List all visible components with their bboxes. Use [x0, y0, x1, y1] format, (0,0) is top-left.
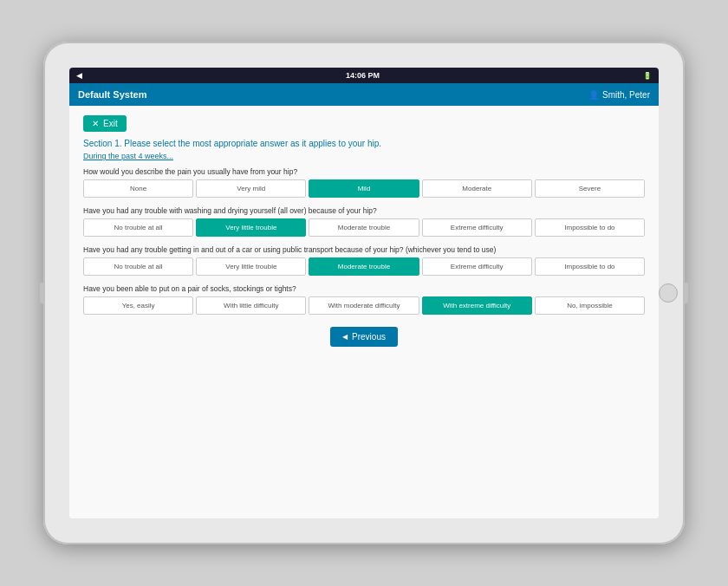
- status-bar-time: 14:06 PM: [346, 71, 380, 80]
- option-4-impossible[interactable]: No, impossible: [535, 296, 645, 315]
- content-area: ✕ Exit Section 1. Please select the most…: [69, 106, 659, 518]
- option-1-very-mild[interactable]: Very mild: [196, 179, 306, 198]
- option-3-very-little[interactable]: Very little trouble: [196, 257, 306, 276]
- question-block-4: Have you been able to put on a pair of s…: [83, 284, 645, 315]
- home-button[interactable]: [659, 283, 678, 303]
- option-4-little-diff[interactable]: With little difficulty: [196, 296, 306, 315]
- side-button-right: [685, 283, 688, 303]
- nav-bar: Default System 👤 Smith, Peter: [69, 83, 659, 106]
- question-block-1: How would you describe the pain you usua…: [83, 167, 645, 198]
- question-text-3: Have you had any trouble getting in and …: [83, 245, 645, 254]
- option-3-no-trouble[interactable]: No trouble at all: [83, 257, 193, 276]
- options-row-2: No trouble at all Very little trouble Mo…: [83, 218, 645, 237]
- option-3-moderate[interactable]: Moderate trouble: [309, 257, 419, 276]
- app-title: Default System: [78, 89, 146, 100]
- user-icon: 👤: [588, 90, 599, 100]
- option-2-impossible[interactable]: Impossible to do: [535, 218, 645, 237]
- status-bar-battery: 🔋: [643, 72, 652, 80]
- option-3-extreme[interactable]: Extreme difficulty: [422, 257, 532, 276]
- option-1-mild[interactable]: Mild: [309, 179, 419, 198]
- option-3-impossible[interactable]: Impossible to do: [535, 257, 645, 276]
- option-2-no-trouble[interactable]: No trouble at all: [83, 218, 193, 237]
- option-2-very-little[interactable]: Very little trouble: [196, 218, 306, 237]
- option-2-extreme[interactable]: Extreme difficulty: [422, 218, 532, 237]
- status-bar: ◀ 14:06 PM 🔋: [69, 68, 659, 83]
- tablet-frame: ◀ 14:06 PM 🔋 Default System 👤 Smith, Pet…: [43, 42, 685, 544]
- user-info: 👤 Smith, Peter: [588, 90, 650, 100]
- exit-button[interactable]: ✕ Exit: [83, 115, 127, 132]
- question-text-4: Have you been able to put on a pair of s…: [83, 284, 645, 293]
- question-block-3: Have you had any trouble getting in and …: [83, 245, 645, 276]
- options-row-1: None Very mild Mild Moderate Severe: [83, 179, 645, 198]
- option-4-yes-easily[interactable]: Yes, easily: [83, 296, 193, 315]
- option-4-extreme-diff[interactable]: With extreme difficulty: [422, 296, 532, 315]
- options-row-3: No trouble at all Very little trouble Mo…: [83, 257, 645, 276]
- option-1-none[interactable]: None: [83, 179, 193, 198]
- section-title: Section 1. Please select the most approp…: [83, 139, 645, 148]
- option-2-moderate[interactable]: Moderate trouble: [309, 218, 419, 237]
- option-1-severe[interactable]: Severe: [535, 179, 645, 198]
- previous-button[interactable]: Previous: [330, 327, 398, 347]
- section-subtitle[interactable]: During the past 4 weeks...: [83, 152, 645, 160]
- user-name: Smith, Peter: [602, 90, 650, 100]
- nav-buttons: Previous: [83, 327, 645, 347]
- option-4-moderate-diff[interactable]: With moderate difficulty: [309, 296, 419, 315]
- status-bar-back: ◀: [76, 71, 82, 80]
- exit-icon: ✕: [92, 119, 99, 128]
- option-1-moderate[interactable]: Moderate: [422, 179, 532, 198]
- side-button-left: [40, 283, 43, 303]
- question-block-2: Have you had any trouble with washing an…: [83, 206, 645, 237]
- question-text-1: How would you describe the pain you usua…: [83, 167, 645, 176]
- exit-label: Exit: [103, 119, 118, 128]
- question-text-2: Have you had any trouble with washing an…: [83, 206, 645, 215]
- options-row-4: Yes, easily With little difficulty With …: [83, 296, 645, 315]
- tablet-screen: ◀ 14:06 PM 🔋 Default System 👤 Smith, Pet…: [69, 68, 659, 518]
